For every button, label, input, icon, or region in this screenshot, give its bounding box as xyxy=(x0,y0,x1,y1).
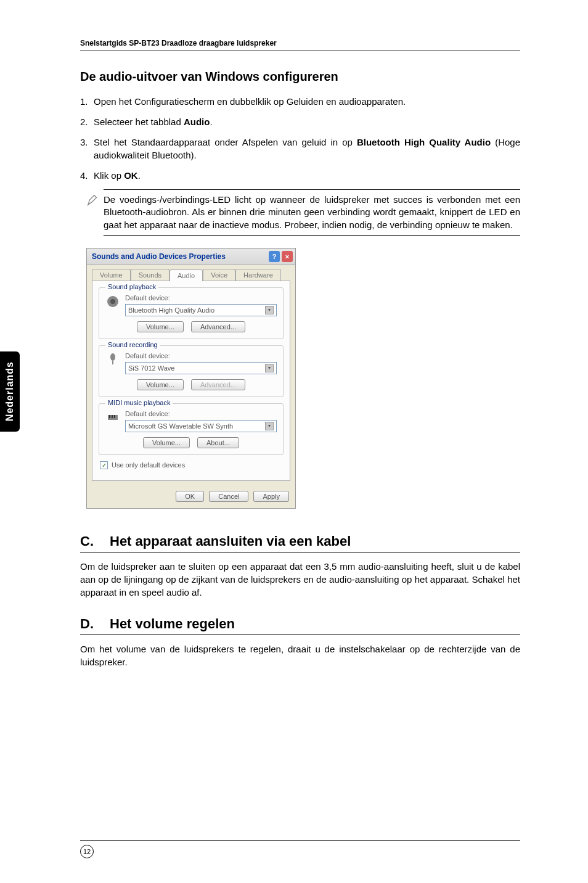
sound-recording-group: Sound recording Default device: SiS 7012… xyxy=(99,345,284,397)
page-header: Snelstartgids SP-BT23 Draadloze draagbar… xyxy=(80,37,520,51)
playback-value: Bluetooth High Quality Audio xyxy=(128,306,214,314)
recording-value: SiS 7012 Wave xyxy=(128,364,174,372)
svg-rect-7 xyxy=(114,415,115,418)
midi-icon xyxy=(105,410,120,425)
midi-volume-button[interactable]: Volume... xyxy=(143,437,190,448)
step-1: 1.Open het Configuratiescherm en dubbelk… xyxy=(80,95,520,108)
microphone-icon xyxy=(105,352,120,367)
tab-audio[interactable]: Audio xyxy=(169,269,203,281)
dialog-title: Sounds and Audio Devices Properties xyxy=(92,252,226,261)
speaker-icon xyxy=(105,294,120,309)
svg-point-2 xyxy=(110,353,115,361)
checkbox-icon[interactable]: ✓ xyxy=(100,461,108,469)
svg-rect-5 xyxy=(109,415,110,418)
tab-volume[interactable]: Volume xyxy=(92,269,131,281)
tab-sounds[interactable]: Sounds xyxy=(131,269,169,281)
note-box: De voedings-/verbindings-LED licht op wa… xyxy=(80,189,520,236)
recording-select[interactable]: SiS 7012 Wave ▾ xyxy=(125,362,277,374)
cancel-button[interactable]: Cancel xyxy=(209,491,248,502)
section-c-heading: C.Het apparaat aansluiten via een kabel xyxy=(80,533,520,552)
midi-about-button[interactable]: About... xyxy=(197,437,239,448)
section-d-heading: D.Het volume regelen xyxy=(80,616,520,635)
step-2: 2.Selecteer het tabblad Audio. xyxy=(80,115,520,128)
tab-panel: Sound playback Default device: Bluetooth… xyxy=(92,281,290,481)
tab-hardware[interactable]: Hardware xyxy=(235,269,281,281)
playback-volume-button[interactable]: Volume... xyxy=(137,321,184,332)
midi-select[interactable]: Microsoft GS Wavetable SW Synth ▾ xyxy=(125,420,277,432)
midi-value: Microsoft GS Wavetable SW Synth xyxy=(128,422,233,430)
tab-voice[interactable]: Voice xyxy=(203,269,235,281)
section1-title: De audio-uitvoer van Windows configurere… xyxy=(80,70,520,84)
checkbox-label: Use only default devices xyxy=(112,461,185,469)
svg-point-1 xyxy=(110,299,115,304)
default-devices-checkbox-row[interactable]: ✓ Use only default devices xyxy=(100,461,284,469)
help-icon[interactable]: ? xyxy=(269,251,280,262)
step-3: 3.Stel het Standaardapparaat onder Afspe… xyxy=(80,136,520,162)
recording-advanced-button: Advanced... xyxy=(191,379,245,390)
recording-legend: Sound recording xyxy=(105,341,160,348)
footer: 12 xyxy=(80,840,520,858)
pencil-icon xyxy=(86,189,104,236)
chevron-down-icon: ▾ xyxy=(265,306,274,314)
header-text: Snelstartgids SP-BT23 Draadloze draagbar… xyxy=(80,39,277,47)
chevron-down-icon: ▾ xyxy=(265,364,274,372)
apply-button[interactable]: Apply xyxy=(253,491,289,502)
playback-label: Default device: xyxy=(125,294,277,302)
note-text: De voedings-/verbindings-LED licht op wa… xyxy=(104,194,520,231)
midi-playback-group: MIDI music playback Default device: Micr… xyxy=(99,403,284,455)
midi-legend: MIDI music playback xyxy=(105,399,173,406)
ok-button[interactable]: OK xyxy=(176,491,204,502)
step-4: 4.Klik op OK. xyxy=(80,169,520,182)
playback-select[interactable]: Bluetooth High Quality Audio ▾ xyxy=(125,304,277,316)
dialog-title-bar: Sounds and Audio Devices Properties ? × xyxy=(87,248,295,265)
section-d-body: Om het volume van de luidsprekers te reg… xyxy=(80,643,520,668)
close-icon[interactable]: × xyxy=(282,251,293,262)
sounds-dialog: Sounds and Audio Devices Properties ? × … xyxy=(86,248,296,509)
chevron-down-icon: ▾ xyxy=(265,422,274,430)
midi-label: Default device: xyxy=(125,410,277,417)
page-number: 12 xyxy=(80,845,94,858)
dialog-tabs: Volume Sounds Audio Voice Hardware xyxy=(87,265,295,281)
sound-playback-group: Sound playback Default device: Bluetooth… xyxy=(99,287,284,339)
playback-legend: Sound playback xyxy=(105,283,158,290)
recording-label: Default device: xyxy=(125,352,277,359)
playback-advanced-button[interactable]: Advanced... xyxy=(191,321,245,332)
recording-volume-button[interactable]: Volume... xyxy=(137,379,184,390)
svg-rect-6 xyxy=(112,415,113,418)
section-c-body: Om de luidspreker aan te sluiten op een … xyxy=(80,560,520,599)
